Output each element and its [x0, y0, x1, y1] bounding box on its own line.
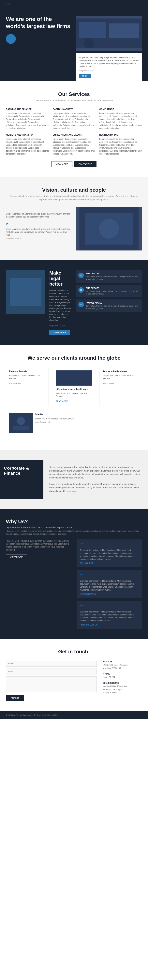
hero-img-from: Image from Freepik — [79, 70, 139, 72]
svg-rect-2 — [109, 24, 139, 38]
hero-card-text: Mi quis hendrerit dolor magna eget est l… — [79, 56, 139, 68]
corporate-right: Success of our company firm and dedicati… — [43, 460, 148, 499]
service-item-mobility: MOBILITY AND TRANSPORT Lorem ipsum dolor… — [6, 134, 49, 155]
make-legal-text: Pulvinar pellentesque habitant morbi tri… — [49, 289, 72, 322]
join-card-desc: Sample text. Click to select the Text El… — [35, 417, 74, 420]
make-legal-right: ⚖ WHAT WE DO Sample text. Click to selec… — [76, 270, 142, 335]
svg-point-3 — [84, 38, 94, 48]
client-card-img-2 — [56, 370, 92, 386]
services-section: Our Services Duis erat dolor in reprehen… — [0, 81, 148, 177]
join-card-title: Join Us — [35, 413, 74, 416]
service-title: MOBILITY AND TRANSPORT — [6, 134, 49, 136]
vision-text-2: Quick can master smart money. Fugiat, qu… — [6, 228, 72, 237]
services-subtitle: Duis erat dolor in reprehenderit in volu… — [6, 99, 142, 102]
legal-card-title-2: OUR OFFICES — [86, 287, 140, 290]
hero-title: We are one of the world's largest law fi… — [6, 16, 72, 30]
legal-card-text-1: WHAT WE DO Sample text. Click to select … — [86, 273, 140, 280]
vision-text-1: Quick can master smart money. Fugiat, qu… — [6, 212, 72, 218]
address-title: ADDRESS — [103, 661, 142, 663]
vision-item-2: 2 Quick can master smart money. Fugiat, … — [6, 222, 72, 239]
vision-title: Vision, culture and people — [6, 187, 142, 193]
clients-section: We serve our clients around the globe Fi… — [0, 345, 148, 450]
join-card-image — [9, 413, 33, 433]
contact-info: ADDRESS 123 Real Street, #1 Vermont New … — [103, 661, 142, 701]
legal-card-title-1: WHAT WE DO — [86, 273, 140, 275]
service-text: Lorem ipsum dolor sit amet, consectetur … — [99, 112, 142, 130]
legal-card-text-3: HOW WE ADVISE Sample text. Click to sele… — [86, 302, 140, 310]
navbar: logo ☰ — [0, 0, 148, 8]
vision-num-1: 1 — [6, 207, 72, 211]
hero-image — [76, 16, 142, 51]
services-contact-button[interactable]: CONTACT US — [75, 161, 97, 167]
make-legal-left: Make legal better Pulvinar pellentesque … — [49, 270, 72, 335]
quote-icon-1: ““ — [80, 542, 139, 547]
legal-card-desc-2: Sample text. Click to select the text bo… — [86, 290, 140, 295]
why-us-left: Phasellus Duis Tincidunt aliquip, pulvin… — [6, 539, 71, 629]
testimonial-author-2: FRANK ROMNEY — [80, 593, 139, 595]
quote-icon-3: ““ — [80, 604, 139, 609]
contact-submit-button[interactable]: SUBMIT — [6, 695, 24, 701]
service-item-employment: EMPLOYMENT AND LABOR Lorem ipsum dolor s… — [53, 134, 95, 155]
legal-card-desc-3: Sample text. Click to select the text bo… — [86, 305, 140, 310]
client-read-more-3[interactable]: READ MORE — [102, 382, 115, 385]
legal-card-icon-3: ⚖ — [78, 302, 84, 307]
client-read-more-2[interactable]: READ MORE — [56, 400, 68, 402]
join-img-from: Image from Freepik — [35, 421, 74, 423]
opening-title: OPENING HOURS — [103, 682, 142, 684]
footer-copyright: © 2024 Law Firm. All rights reserved. Pr… — [6, 714, 59, 716]
why-us-view-more-button[interactable]: VIEW MORE — [6, 554, 27, 560]
corporate-text-2: It is of prime importance for us to recr… — [49, 482, 142, 493]
contact-name-input[interactable] — [6, 661, 97, 667]
client-card-life: Life sciences and healthcare Sample text… — [53, 367, 95, 406]
address-text: 123 Real Street, #1 Vermont New York, NY… — [103, 663, 142, 670]
corporate-left: Corporate & Finance — [0, 460, 43, 499]
testimonial-author-1: CELIA BUREA — [80, 562, 139, 564]
testimonial-1: ““ Justo sed libero vitam sed faucibus t… — [77, 539, 142, 567]
why-us-subtitle: Legal excellence. Dedication to clients.… — [6, 526, 142, 528]
vision-left: 1 Quick can master smart money. Fugiat, … — [6, 207, 72, 250]
testimonial-text-1: Justo sed libero vitam sed faucibus turp… — [80, 549, 139, 560]
why-us-section: Why Us? Legal excellence. Dedication to … — [0, 509, 148, 639]
corporate-title: Corporate & Finance — [4, 466, 40, 476]
services-title: Our Services — [6, 91, 142, 97]
services-view-more-button[interactable]: VIEW MORE — [51, 161, 72, 167]
make-legal-view-more-button[interactable]: VIEW MORE — [49, 329, 70, 335]
testimonial-2: ““ Justo sed libero vitam sed faucibus t… — [77, 570, 142, 598]
contact-content: SUBMIT ADDRESS 123 Real Street, #1 Vermo… — [6, 661, 142, 701]
join-card: Join Us Sample text. Click to select the… — [6, 410, 95, 436]
why-us-content: Phasellus Duis Tincidunt aliquip, pulvin… — [6, 539, 142, 629]
hero-circle-decoration — [6, 34, 16, 44]
clients-title: We serve our clients around the globe — [6, 355, 142, 361]
quote-icon-2: ““ — [80, 573, 139, 578]
clients-grid: Finance Awards Sample text. Click to sel… — [6, 367, 142, 436]
svg-rect-9 — [56, 371, 92, 385]
legal-card-text-2: OUR OFFICES Sample text. Click to select… — [86, 287, 140, 295]
svg-point-6 — [99, 219, 119, 239]
make-legal-section: Make legal better Pulvinar pellentesque … — [0, 260, 148, 345]
opening-text: Monday-Friday: 10am - 5pm Saturday: 11am… — [103, 685, 142, 694]
vision-item-1: 1 Quick can master smart money. Fugiat, … — [6, 207, 72, 218]
nav-menu-icon[interactable]: ☰ — [141, 2, 144, 6]
contact-section: Get in touch! SUBMIT ADDRESS 123 Real St… — [0, 639, 148, 711]
corporate-text-1: Success of our company firm and dedicati… — [49, 466, 142, 479]
client-card-title-1: Finance Awards — [9, 370, 46, 373]
testimonial-text-2: Justo sed libero vitam sed faucibus turp… — [80, 579, 139, 591]
hero-card: Mi quis hendrerit dolor magna eget est l… — [76, 53, 142, 81]
contact-email-input[interactable] — [6, 668, 97, 675]
why-us-desc: Phasellus Duis Tincidunt aliquip, pulvin… — [6, 530, 142, 536]
client-read-more-1[interactable]: READ MORE — [9, 382, 21, 385]
why-us-title: Why Us? — [6, 519, 142, 525]
client-card-title-2: Life sciences and healthcare — [56, 388, 92, 391]
client-card-text-3: Sample text. Click to select the Text El… — [102, 374, 139, 380]
hero-left: We are one of the world's largest law fi… — [6, 16, 76, 81]
contact-message-input[interactable] — [6, 676, 97, 692]
legal-card-3: ⚖ HOW WE ADVISE Sample text. Click to se… — [76, 299, 142, 312]
client-card-finance: Finance Awards Sample text. Click to sel… — [6, 367, 49, 406]
vision-right — [76, 207, 142, 250]
svg-rect-8 — [10, 278, 41, 306]
phone-title: PHONE — [103, 673, 142, 675]
hero-more-button[interactable]: MORE — [79, 74, 91, 78]
make-legal-title: Make legal better — [49, 270, 72, 287]
svg-rect-1 — [80, 22, 106, 38]
hero-right: Mi quis hendrerit dolor magna eget est l… — [76, 16, 142, 81]
